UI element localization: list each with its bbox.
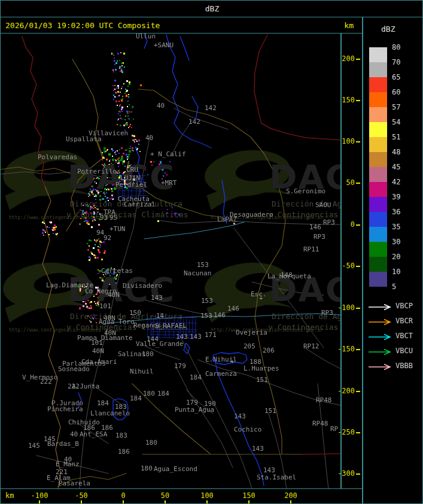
map-label: 184: [130, 395, 142, 402]
x-axis-tick: [248, 500, 249, 504]
dbz-scale-label: 54: [392, 118, 400, 126]
y-axis-tick: [356, 59, 360, 60]
map-label: Bardas_B: [47, 441, 79, 447]
vbcu-arrow-icon: [368, 348, 393, 356]
map-label: 184: [190, 374, 202, 381]
map-label: Ullun: [136, 34, 156, 40]
map-label: 146: [309, 224, 321, 230]
map-label: Punta_Agua: [175, 406, 214, 413]
dbz-swatch: [369, 92, 387, 107]
map-label: E_Manz: [56, 461, 80, 467]
vector-legend-row: VBCP: [368, 302, 423, 310]
dbz-scale-label: 30: [392, 238, 400, 246]
map-label: 151: [256, 377, 268, 383]
dbz-swatch: [369, 197, 387, 212]
dbz-swatch: [369, 257, 387, 272]
y-axis: 200150100500-50-100-150-200-250-300: [342, 34, 362, 488]
x-axis-tick: [39, 500, 40, 504]
dbz-swatch: [369, 137, 387, 152]
dbz-swatch: [369, 242, 387, 257]
dbz-scale-label: 57: [392, 103, 400, 111]
y-axis-tick-label: -200: [337, 387, 355, 395]
map-label: Cochico: [234, 426, 261, 433]
map-label: 184: [97, 400, 109, 406]
dbz-swatch: [369, 122, 387, 137]
x-axis-tick-label: -100: [26, 491, 53, 500]
map-label: 40N: [108, 292, 120, 298]
map-label: 183: [115, 432, 127, 439]
vector-legend-row: VBCU: [368, 347, 423, 355]
map-label: Sta.Isabel: [257, 474, 296, 481]
dbz-scale-label: 70: [392, 58, 400, 66]
map-label: 153: [197, 262, 209, 268]
map-label: 180: [143, 390, 155, 397]
map-label: 40N: [92, 348, 104, 354]
x-axis: km -100-50050100150200: [1, 489, 362, 504]
dbz-scale-label: 5: [392, 283, 396, 291]
map-label: Pasarela: [59, 480, 90, 487]
map-label-layer: Ullun+SANU1421424040VillavicenUspallataP…: [1, 34, 340, 488]
map-label: 142: [188, 119, 200, 125]
dbz-scale-label: 10: [392, 268, 400, 276]
dbz-scale-label: 48: [392, 148, 400, 156]
map-label: 145: [28, 442, 40, 449]
y-axis-tick-label: 150: [342, 96, 355, 104]
map-label: 40: [157, 102, 165, 109]
x-axis-tick-label: -50: [68, 491, 95, 500]
dbz-swatch: [369, 182, 387, 197]
map-label: 143: [234, 413, 246, 420]
dbz-swatch: [369, 227, 387, 242]
y-axis-tick: [356, 349, 360, 350]
map-label: 184: [157, 390, 169, 397]
dbz-swatch: [369, 77, 387, 92]
map-label: Divisadero: [123, 283, 162, 289]
x-axis-tick: [290, 500, 291, 504]
map-label: Potrerillos: [77, 168, 121, 175]
y-axis-tick: [356, 183, 360, 184]
vector-legend-label: VBBB: [395, 362, 413, 370]
map-label: 150: [129, 309, 141, 316]
x-axis-tick: [81, 500, 82, 504]
map-label: Polvaredas: [38, 154, 77, 160]
map-label: 101: [91, 339, 103, 346]
map-label: LaPAZ: [217, 216, 237, 223]
map-label: 93: [100, 214, 108, 221]
y-axis-tick-label: 100: [342, 137, 355, 145]
map-label: 171: [205, 332, 217, 338]
dbz-scale-label: 65: [392, 73, 400, 81]
map-label: Llancanelo: [90, 410, 130, 417]
map-label: Sosneado: [58, 366, 90, 372]
y-axis-tick: [356, 224, 360, 226]
map-label: RP48: [316, 397, 332, 403]
map-label: 40: [145, 135, 153, 141]
dbz-scale-label: 36: [392, 208, 400, 216]
map-label: Carmenza: [205, 371, 237, 377]
map-label: 92: [104, 235, 111, 241]
x-axis-tick-label: 0: [110, 491, 136, 500]
y-axis-tick: [356, 266, 360, 267]
map-top-border: [1, 33, 362, 34]
map-label: 186: [118, 448, 130, 455]
dbz-swatch: [369, 212, 387, 227]
status-bar: 2026/01/03 19:02:00 UTC Composite km: [1, 17, 362, 34]
map-label: 101: [99, 303, 111, 309]
dbz-swatch: [369, 62, 387, 77]
vector-legend-label: VBCU: [395, 347, 413, 355]
dbz-scale-label: 39: [392, 193, 400, 201]
map-label: +TUN: [109, 226, 126, 232]
map-label: 146: [227, 305, 239, 312]
map-label: 153: [201, 297, 213, 304]
dbz-swatch: [369, 107, 387, 122]
map-label: Valle_Grande: [136, 341, 183, 347]
radar-map-canvas[interactable]: DACCDirección de Agriculturay Contingenc…: [1, 34, 340, 488]
map-label: RP12: [303, 343, 319, 350]
map-label: L.Huarpes: [244, 365, 279, 372]
y-axis-tick-label: -50: [342, 262, 355, 270]
map-label: 143: [151, 294, 163, 301]
map-label: + N_Calif: [150, 151, 186, 157]
x-axis-tick-label: 50: [152, 491, 178, 500]
dbz-swatch: [369, 47, 387, 62]
map-label: RP11: [303, 246, 319, 253]
radar-app-window: dBZ 2026/01/03 19:02:00 UTC Composite km: [0, 0, 423, 504]
vector-legend-label: VBCP: [395, 302, 413, 310]
